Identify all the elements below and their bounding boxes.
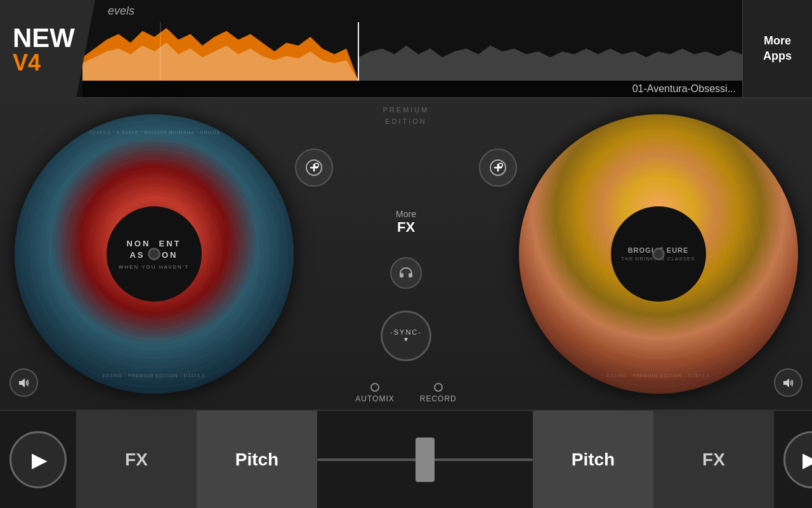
right-play-button[interactable]: ▶ [783, 431, 812, 488]
more-fx-button[interactable]: More FX [396, 209, 416, 236]
svg-marker-15 [19, 378, 25, 387]
record-control[interactable]: RECORD [420, 383, 457, 403]
dj-area: NON ENTAS ON WHEN YOU HAVEN'T EDJING - P… [0, 98, 812, 410]
left-album-subtitle: WHEN YOU HAVEN'T [119, 264, 189, 270]
automix-record-row: AUTOMIX RECORD [355, 383, 456, 403]
waveform-canvas[interactable] [82, 22, 742, 81]
left-vinyl-center [148, 248, 160, 260]
left-add-track-button[interactable] [295, 149, 333, 187]
right-vinyl[interactable]: BROGLIE EURE THE DRINKING CLASSES EDJING… [519, 114, 798, 394]
record-dot[interactable] [434, 383, 443, 392]
waveform-area: evels 01-Aventura-Obsessi... [82, 0, 742, 97]
left-dj-label-top: EDJING - PREMIUM EDITION - DJ3X3.5 - 5'X… [89, 130, 219, 135]
right-fx-pitch-area: Pitch FX [533, 411, 774, 508]
left-fx-pitch-area: FX Pitch [76, 411, 317, 508]
automix-dot[interactable] [370, 383, 379, 392]
left-turntable: NON ENTAS ON WHEN YOU HAVEN'T EDJING - P… [13, 108, 295, 400]
right-dj-label: EDJING - PREMIUM EDITION - DJ3X3.5 [606, 373, 709, 378]
right-add-track-button[interactable] [479, 149, 517, 187]
add-music-icon-right [489, 159, 507, 177]
crossfader-handle[interactable] [416, 438, 435, 482]
waveform-label: evels [102, 1, 141, 21]
crossfader-area[interactable] [317, 411, 533, 508]
headphones-icon [398, 265, 414, 281]
volume-left-area [10, 368, 38, 397]
volume-right-button[interactable] [774, 368, 802, 397]
top-bar: NEW V4 evels 01-Aventura-Obsessi... [0, 0, 812, 98]
automix-control[interactable]: AUTOMIX [355, 383, 394, 403]
premium-label: PREMIUM EDITION [383, 105, 429, 127]
svg-marker-2 [358, 46, 742, 81]
svg-point-13 [499, 163, 502, 167]
right-vinyl-center [652, 248, 665, 260]
version-text: V4 [13, 51, 82, 74]
left-play-button[interactable]: ▶ [10, 431, 67, 488]
volume-right-icon [782, 376, 796, 390]
left-fx-button[interactable]: FX [76, 411, 197, 508]
add-music-icon [305, 159, 323, 177]
volume-left-icon [17, 376, 31, 390]
track-name: 01-Aventura-Obsessi... [82, 81, 742, 97]
left-vinyl[interactable]: NON ENTAS ON WHEN YOU HAVEN'T EDJING - P… [15, 114, 294, 394]
volume-left-button[interactable] [10, 368, 38, 397]
sync-button[interactable]: -SYNC- ▼ [381, 311, 431, 361]
svg-point-8 [315, 163, 318, 167]
crossfader-track[interactable] [317, 458, 533, 461]
bottom-bar: ▶ FX Pitch Pitch FX ▶ [0, 410, 812, 508]
headphones-button[interactable] [390, 257, 422, 289]
more-apps-button[interactable]: More Apps [742, 0, 812, 97]
right-pitch-button[interactable]: Pitch [533, 411, 653, 508]
right-turntable: BROGLIE EURE THE DRINKING CLASSES EDJING… [517, 108, 799, 400]
volume-right-area [774, 368, 802, 397]
center-controls: PREMIUM EDITION [295, 98, 517, 410]
left-dj-label: EDJING - PREMIUM EDITION - DJ3X3.5 [102, 373, 205, 378]
new-badge: NEW V4 [0, 0, 95, 98]
svg-marker-16 [783, 378, 789, 387]
right-fx-button[interactable]: FX [653, 411, 774, 508]
new-text: NEW [13, 25, 82, 51]
top-buttons-row [295, 149, 517, 187]
left-pitch-button[interactable]: Pitch [197, 411, 317, 508]
